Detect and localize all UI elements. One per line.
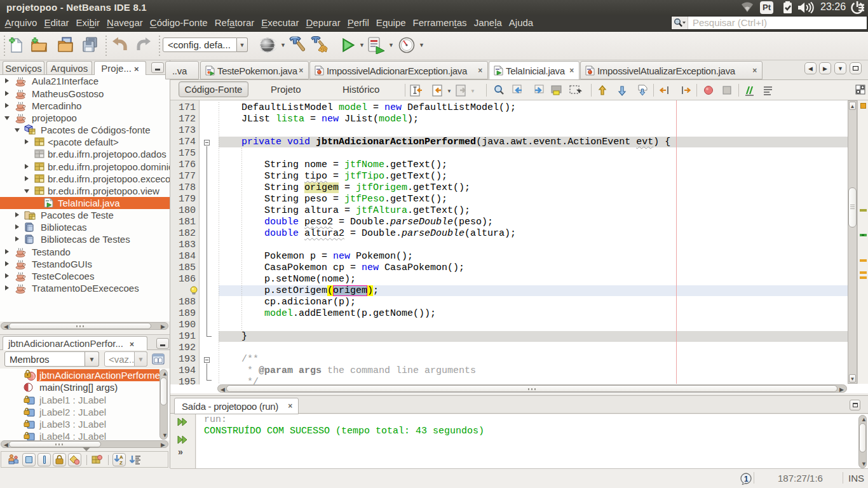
svg-text:1: 1 bbox=[744, 475, 749, 484]
svg-text:A: A bbox=[119, 454, 123, 460]
svg-text:Z: Z bbox=[119, 460, 123, 466]
